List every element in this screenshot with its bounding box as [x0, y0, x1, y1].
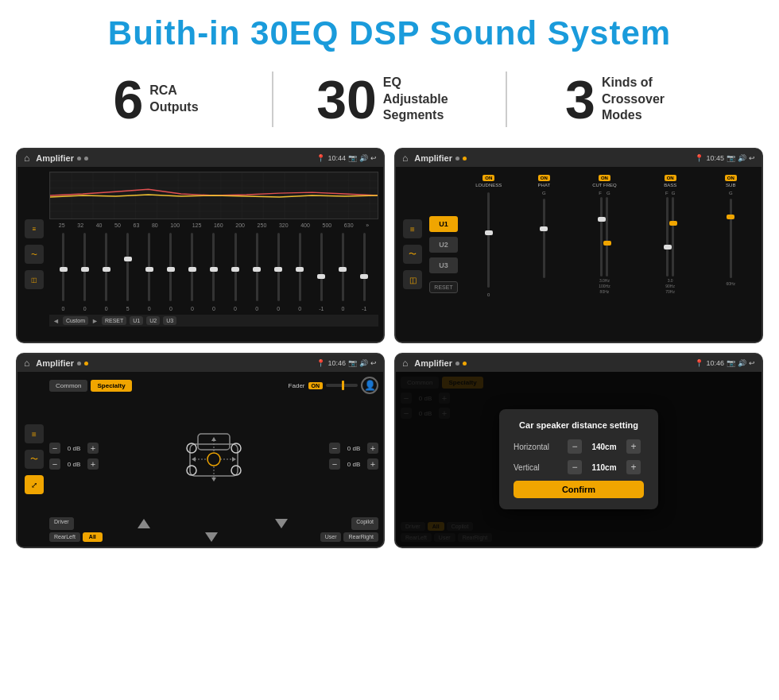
- specialty-tab[interactable]: Specialty: [91, 380, 131, 392]
- custom-preset[interactable]: Custom: [63, 316, 88, 325]
- minus-btn-4[interactable]: −: [329, 458, 340, 470]
- minus-btn-2[interactable]: −: [49, 458, 60, 470]
- volume-icon-3: 🔊: [359, 359, 368, 367]
- back-icon-2[interactable]: ↩: [749, 154, 755, 162]
- back-icon[interactable]: ↩: [370, 154, 377, 162]
- cx-presets: U1 U2 U3 RESET: [429, 172, 458, 337]
- sub-on[interactable]: ON: [725, 175, 737, 181]
- loudness-thumb: [485, 230, 493, 235]
- u2-preset[interactable]: U2: [429, 237, 458, 253]
- u2-btn[interactable]: U2: [146, 316, 160, 325]
- plus-btn-3[interactable]: +: [367, 443, 378, 454]
- time-4: 10:46: [706, 359, 724, 367]
- eq-slider-12[interactable]: [299, 233, 301, 301]
- eq-slider-3[interactable]: [105, 233, 107, 301]
- all-btn[interactable]: All: [83, 532, 103, 542]
- fader-thumb: [342, 381, 344, 390]
- plus-btn-1[interactable]: +: [87, 443, 99, 454]
- status-dot-6: [84, 362, 88, 365]
- eq-main: 25 32 40 50 63 80 100 125 160 200 250 32…: [49, 172, 378, 337]
- fd-arrow-left[interactable]: [76, 517, 211, 530]
- fader-on-btn[interactable]: ON: [308, 382, 324, 389]
- sub-slider[interactable]: [730, 199, 732, 278]
- eq-slider-7[interactable]: [191, 233, 193, 301]
- eq-slider-4[interactable]: [126, 233, 129, 301]
- val-neg1-2: -1: [358, 306, 370, 311]
- copilot-btn[interactable]: Copilot: [351, 517, 378, 530]
- eq-slider-1[interactable]: [62, 233, 64, 301]
- cx-icon-3[interactable]: ◫: [403, 270, 422, 289]
- u3-preset[interactable]: U3: [429, 257, 458, 273]
- loudness-on[interactable]: ON: [483, 175, 494, 181]
- eq-slider-8[interactable]: [212, 233, 215, 301]
- prev-arrow[interactable]: ◄: [52, 317, 60, 325]
- eq-slider-5[interactable]: [148, 233, 150, 301]
- cx-icon-2[interactable]: 〜: [403, 245, 422, 264]
- vertical-plus[interactable]: +: [626, 460, 641, 474]
- eq-icon-3[interactable]: ◫: [25, 270, 44, 289]
- rearleft-btn[interactable]: RearLeft: [49, 532, 80, 542]
- horizontal-minus[interactable]: −: [568, 439, 582, 454]
- eq-slider-13[interactable]: [320, 233, 323, 301]
- back-icon-4[interactable]: ↩: [749, 359, 755, 367]
- fader-track[interactable]: [326, 384, 358, 387]
- u1-preset[interactable]: U1: [429, 216, 458, 232]
- vertical-minus[interactable]: −: [568, 460, 582, 474]
- bass-label: BASS: [664, 183, 676, 188]
- u1-btn[interactable]: U1: [130, 316, 143, 325]
- phat-thumb: [540, 226, 548, 231]
- bass-slider-2[interactable]: [672, 197, 674, 277]
- home-icon-3[interactable]: ⌂: [24, 358, 29, 369]
- bass-on[interactable]: ON: [665, 175, 676, 181]
- freq-250: 250: [258, 222, 267, 228]
- driver-btn[interactable]: Driver: [49, 517, 74, 530]
- minus-btn-3[interactable]: −: [329, 443, 340, 454]
- user-avatar[interactable]: 👤: [361, 377, 378, 394]
- status-icons-1: 📍 10:44 📷 🔊 ↩: [316, 154, 377, 162]
- phat-on[interactable]: ON: [538, 175, 550, 181]
- cutfreq-on[interactable]: ON: [599, 175, 610, 181]
- back-icon-3[interactable]: ↩: [370, 359, 377, 367]
- fd-icon-3[interactable]: ⤢: [25, 475, 44, 494]
- confirm-button[interactable]: Confirm: [514, 481, 644, 498]
- phat-slider[interactable]: [543, 199, 545, 278]
- common-tab[interactable]: Common: [49, 380, 87, 392]
- home-icon-1[interactable]: ⌂: [24, 153, 29, 164]
- eq-slider-9[interactable]: [234, 233, 237, 301]
- svg-point-8: [207, 453, 220, 466]
- plus-btn-2[interactable]: +: [87, 458, 99, 470]
- fd-center-arrow-down[interactable]: [105, 532, 318, 542]
- cutfreq-slider-2[interactable]: [606, 197, 608, 277]
- svg-point-6: [187, 466, 196, 475]
- fd-icon-1[interactable]: ≡: [25, 424, 44, 443]
- u3-btn[interactable]: U3: [163, 316, 176, 325]
- fd-icon-2[interactable]: 〜: [25, 450, 44, 469]
- eq-slider-11[interactable]: [277, 233, 280, 301]
- user-btn[interactable]: User: [320, 532, 342, 542]
- reset-btn[interactable]: RESET: [102, 316, 126, 325]
- loudness-slider[interactable]: [487, 192, 490, 288]
- eq-icon-1[interactable]: ≡: [25, 219, 44, 238]
- home-icon-4[interactable]: ⌂: [402, 358, 408, 369]
- plus-btn-4[interactable]: +: [367, 458, 378, 470]
- home-icon-2[interactable]: ⌂: [402, 153, 408, 164]
- cutfreq-label: CUT FREQ: [592, 183, 617, 188]
- horizontal-plus[interactable]: +: [626, 439, 641, 454]
- eq-slider-10[interactable]: [256, 233, 258, 301]
- next-arrow[interactable]: ►: [91, 317, 99, 325]
- minus-btn-1[interactable]: −: [49, 443, 60, 454]
- eq-slider-6[interactable]: [169, 233, 172, 301]
- eq-slider-2[interactable]: [83, 233, 86, 301]
- cutfreq-slider-1[interactable]: [600, 197, 603, 277]
- fd-arrow-down[interactable]: [214, 517, 349, 530]
- location-icon: 📍: [316, 154, 325, 162]
- fd-speaker-area: − 0 dB + − 0 dB +: [49, 398, 378, 514]
- reset-btn-2[interactable]: RESET: [429, 281, 458, 293]
- rearright-btn[interactable]: RearRight: [343, 532, 378, 542]
- eq-icon-2[interactable]: 〜: [25, 245, 44, 264]
- eq-slider-14[interactable]: [342, 233, 344, 301]
- eq-slider-15[interactable]: [363, 233, 366, 301]
- bass-slider-1[interactable]: [666, 197, 669, 277]
- freq-32: 32: [77, 222, 83, 228]
- cx-icon-1[interactable]: ≡: [403, 219, 422, 238]
